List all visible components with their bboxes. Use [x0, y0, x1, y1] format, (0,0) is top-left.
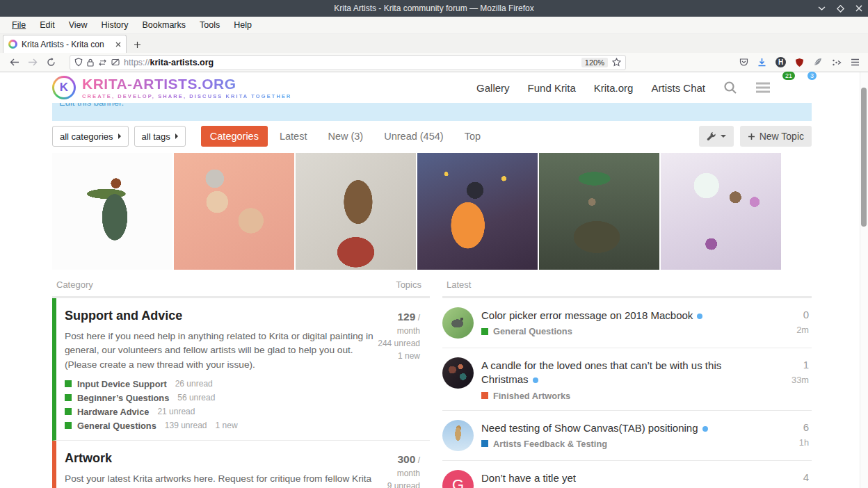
tab-new[interactable]: New (3) [319, 126, 372, 147]
unread-dot [533, 377, 538, 383]
column-header-latest: Latest [447, 279, 471, 290]
tab-categories[interactable]: Categories [201, 126, 268, 147]
banner-image-couple-photo[interactable] [174, 153, 294, 270]
tab-unread[interactable]: Unread (454) [375, 126, 452, 147]
topic-title[interactable]: Need testing of Show Canvas(TAB) positio… [481, 421, 760, 435]
category-stats: 300 / month 9 unread 2 new [373, 451, 420, 488]
menu-file[interactable]: File [6, 18, 32, 32]
subcategory-general-questions[interactable]: General Questions 139 unread 1 new [65, 421, 373, 431]
category-color-square [481, 440, 488, 447]
window-minimize-button[interactable] [818, 6, 826, 11]
filter-row: all categories all tags Categories Lates… [52, 126, 812, 147]
user-avatar[interactable]: 21 3 [789, 76, 812, 99]
pocket-icon[interactable] [739, 58, 748, 67]
nav-link-fund-krita[interactable]: Fund Krita [528, 82, 576, 94]
topic-category-badge[interactable]: Artists Feedback & Testing [481, 439, 773, 449]
extension-h-icon[interactable]: H [775, 57, 786, 67]
new-tab-button[interactable] [128, 36, 146, 53]
search-icon[interactable] [723, 81, 737, 95]
subcategory-beginners-questions[interactable]: Beginner’s Questions 56 unread [65, 393, 373, 403]
nav-link-krita-org[interactable]: Krita.org [594, 82, 634, 94]
extension-dots-icon[interactable] [832, 58, 842, 67]
bookmark-star-icon[interactable] [612, 58, 621, 67]
banner-image-toad-mouse[interactable] [539, 153, 659, 270]
topic-row: A candle for the loved ones that can’t b… [442, 348, 812, 411]
banner-image-druid[interactable] [52, 153, 172, 270]
category-title[interactable]: Support and Advice [65, 309, 373, 323]
blocked-media-icon[interactable] [111, 58, 120, 66]
topic-avatar-collage[interactable] [442, 357, 474, 389]
banner-image-pixel-room[interactable] [661, 153, 781, 270]
topic-row: Need testing of Show Canvas(TAB) positio… [442, 411, 812, 461]
topic-category-badge[interactable]: General Questions [481, 326, 773, 336]
topic-title[interactable]: Don’t have a title yet [481, 471, 760, 485]
banner-image-witch-catgirl[interactable] [417, 153, 538, 270]
window-close-button[interactable] [855, 5, 862, 12]
subcategory-input-device-support[interactable]: Input Device Support 26 unread [65, 379, 373, 389]
menu-tools[interactable]: Tools [193, 18, 226, 32]
topic-time: 2m [773, 325, 809, 335]
extension-feather-icon[interactable] [813, 58, 823, 67]
column-header-category: Category [56, 279, 93, 290]
reply-count: 1 [773, 359, 809, 371]
topic-row: Color picker error message on 2018 Macbo… [442, 298, 812, 348]
new-topic-button[interactable]: New Topic [740, 126, 812, 147]
back-button[interactable] [6, 55, 24, 70]
topic-title[interactable]: A candle for the loved ones that can’t b… [481, 359, 760, 387]
category-filter-dropdown[interactable]: all categories [52, 126, 129, 147]
topic-avatar-bird[interactable] [442, 307, 474, 339]
permissions-icon[interactable] [98, 59, 107, 66]
browser-menubar: File Edit View History Bookmarks Tools H… [0, 17, 868, 34]
adblock-shield-icon[interactable] [795, 58, 804, 67]
tab-latest[interactable]: Latest [271, 126, 316, 147]
site-logo[interactable]: K KRITA-ARTISTS.ORG CREATE, DEVELOP, SHA… [52, 76, 292, 99]
subcategory-hardware-advice[interactable]: Hardware Advice 21 unread [65, 407, 373, 417]
banner-image-girl-portrait[interactable] [296, 153, 416, 270]
notification-badge-green[interactable]: 21 [782, 72, 795, 80]
category-color-square [65, 394, 72, 401]
downloads-icon[interactable] [757, 58, 766, 67]
reload-button[interactable] [42, 55, 60, 70]
site-favicon [8, 40, 17, 49]
url-bar[interactable]: https://krita-artists.org 120% [70, 55, 626, 70]
menu-edit[interactable]: Edit [33, 18, 61, 32]
category-color-square [481, 392, 488, 399]
category-stats: 129 / month 244 unread 1 new [373, 309, 420, 431]
category-title[interactable]: Artwork [65, 451, 373, 466]
admin-wrench-button[interactable] [699, 126, 734, 147]
menu-history[interactable]: History [95, 18, 135, 32]
menu-help[interactable]: Help [227, 18, 258, 32]
category-color-square [65, 408, 72, 415]
edit-banner-link[interactable]: Edit this banner. [59, 103, 124, 108]
menu-view[interactable]: View [63, 18, 94, 32]
topic-avatar-letter-g[interactable]: G [442, 470, 474, 488]
tab-close-icon[interactable] [115, 42, 121, 47]
site-logo-icon: K [52, 76, 76, 99]
zoom-level-pill[interactable]: 120% [581, 58, 608, 67]
topic-category-badge[interactable]: Finished Artworks [481, 391, 773, 401]
menu-bookmarks[interactable]: Bookmarks [136, 18, 192, 32]
browser-tab-active[interactable]: Krita Artists - Krita con [3, 35, 127, 53]
url-text[interactable]: https://krita-artists.org [124, 58, 577, 67]
page-scrollbar-track[interactable] [860, 72, 868, 488]
topic-avatar-giraffe[interactable] [442, 420, 474, 451]
nav-link-artists-chat[interactable]: Artists Chat [651, 82, 705, 94]
site-tagline: CREATE, DEVELOP, SHARE, DISCUSS KRITA TO… [82, 93, 292, 99]
site-hamburger-icon[interactable] [755, 82, 771, 93]
shield-icon[interactable] [74, 58, 83, 67]
lock-icon[interactable] [87, 58, 94, 67]
page-scrollbar-thumb[interactable] [861, 88, 867, 227]
window-maximize-button[interactable] [837, 5, 844, 13]
category-color-square [65, 422, 72, 429]
notification-badge-blue[interactable]: 3 [807, 72, 817, 80]
topic-time: 1h [773, 437, 809, 448]
hamburger-menu-icon[interactable] [851, 58, 860, 66]
topic-title[interactable]: Color picker error message on 2018 Macbo… [481, 309, 760, 323]
forward-button[interactable] [24, 55, 42, 70]
nav-link-gallery[interactable]: Gallery [476, 82, 510, 94]
topic-time: 33m [773, 375, 809, 385]
site-banner: Edit this banner. [52, 103, 812, 121]
latest-column: Latest Color picker error message on 201… [442, 279, 812, 488]
tag-filter-dropdown[interactable]: all tags [134, 126, 186, 147]
tab-top[interactable]: Top [456, 126, 490, 147]
